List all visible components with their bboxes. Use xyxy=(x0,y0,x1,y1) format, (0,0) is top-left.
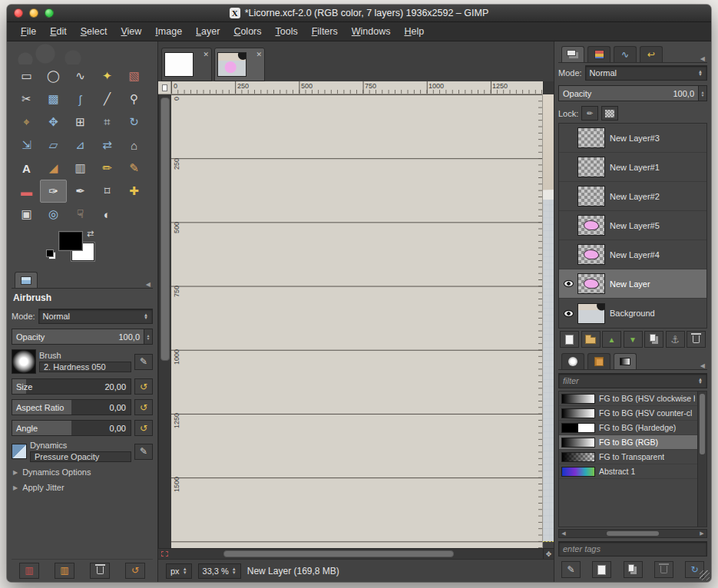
quick-mask-toggle[interactable] xyxy=(158,548,171,559)
canvas-viewport[interactable] xyxy=(543,94,554,548)
tool-shear[interactable]: ▱ xyxy=(40,134,67,157)
tool-scale[interactable]: ⇲ xyxy=(13,134,40,157)
menu-select[interactable]: Select xyxy=(74,24,114,39)
menu-filters[interactable]: Filters xyxy=(306,24,344,39)
delete-gradient-button[interactable] xyxy=(654,561,673,578)
scroll-left-icon[interactable]: ◀ xyxy=(559,530,568,537)
tool-fuzzy-select[interactable]: ✦ xyxy=(94,64,121,88)
unit-select[interactable]: px ▲▼ xyxy=(166,563,192,579)
layer-row[interactable]: New Layer#1 xyxy=(559,153,706,182)
menu-colors[interactable]: Colors xyxy=(227,24,267,39)
tab-channels[interactable] xyxy=(587,46,610,62)
layer-opacity-slider[interactable]: Opacity 100,0 ▲▼ xyxy=(558,85,707,101)
gradient-row[interactable]: FG to BG (HSV clockwise h xyxy=(559,391,697,406)
reset-aspect-button[interactable]: ↺ xyxy=(134,399,153,415)
paint-mode-select[interactable]: Normal ▲▼ xyxy=(38,309,153,324)
titlebar[interactable]: X *Licorne.xcf-2.0 (RGB color, 7 layers)… xyxy=(7,5,711,22)
new-layer-button[interactable] xyxy=(560,331,579,348)
tool-blend[interactable]: ▥ xyxy=(67,157,94,180)
gradients-hscroll-thumb[interactable] xyxy=(607,531,658,536)
menu-help[interactable]: Help xyxy=(398,24,430,39)
tool-paintbrush[interactable]: ✎ xyxy=(121,157,147,180)
tool-pencil[interactable]: ✏ xyxy=(94,157,121,180)
vertical-scrollbar[interactable] xyxy=(158,94,171,548)
gradients-scrollbar[interactable] xyxy=(697,391,706,527)
dock-menu-arrow-icon[interactable]: ◀ xyxy=(144,281,153,288)
menu-tools[interactable]: Tools xyxy=(270,24,304,39)
gradient-row[interactable]: FG to BG (HSV counter-cl xyxy=(559,406,697,421)
ruler-corner[interactable] xyxy=(158,81,171,94)
tool-scissors-select[interactable]: ✂ xyxy=(13,88,40,111)
apply-jitter-expander[interactable]: ▶ Apply Jitter xyxy=(13,483,151,492)
tool-flip[interactable]: ⇄ xyxy=(94,134,121,157)
visibility-eye-icon[interactable] xyxy=(564,310,574,317)
tool-perspective[interactable]: ⊿ xyxy=(67,134,94,157)
angle-slider[interactable]: Angle 0,00 xyxy=(12,420,131,436)
layer-mode-select[interactable]: Normal ▲▼ xyxy=(585,65,707,81)
brush-name-field[interactable]: 2. Hardness 050 xyxy=(39,362,131,372)
image-tab-licorne[interactable]: ✕ xyxy=(214,48,265,81)
lower-layer-button[interactable]: ▼ xyxy=(624,331,643,348)
vertical-ruler[interactable]: 0 250 500 750 1000 1250 1500 xyxy=(171,94,543,548)
gradient-row[interactable]: Abstract 1 xyxy=(559,464,697,479)
gradient-row[interactable]: FG to BG (Hardedge) xyxy=(559,421,697,435)
tool-smudge[interactable]: ☟ xyxy=(67,203,94,226)
tool-paths[interactable]: ʃ xyxy=(67,88,94,111)
tab-layers[interactable] xyxy=(561,46,584,62)
opacity-spinner[interactable]: ▲▼ xyxy=(144,329,152,344)
scroll-right-icon[interactable]: ▶ xyxy=(697,530,706,537)
reset-angle-button[interactable]: ↺ xyxy=(134,420,153,436)
tool-heal[interactable]: ✚ xyxy=(121,180,147,203)
layer-row[interactable]: New Layer#4 xyxy=(559,240,706,269)
brush-preview[interactable] xyxy=(12,349,36,374)
reset-size-button[interactable]: ↺ xyxy=(134,378,153,395)
tool-alignment[interactable]: ⊞ xyxy=(67,111,94,134)
layer-row-selected[interactable]: New Layer xyxy=(559,269,706,299)
tool-dodge-burn[interactable]: ◐ xyxy=(94,203,121,226)
horizontal-scrollbar[interactable] xyxy=(171,548,543,559)
size-slider[interactable]: Size 20,00 xyxy=(12,378,131,395)
new-gradient-button[interactable] xyxy=(592,561,611,578)
tool-free-select[interactable]: ∿ xyxy=(67,64,94,88)
tool-ellipse-select[interactable]: ◯ xyxy=(40,64,67,88)
zoom-select[interactable]: 33,3 % ▲▼ xyxy=(198,563,241,579)
tool-blur-sharpen[interactable]: ◎ xyxy=(40,203,67,226)
save-tool-preset-button[interactable]: ▥ xyxy=(19,563,39,579)
edit-gradient-button[interactable]: ✎ xyxy=(561,561,581,578)
tab-brushes[interactable] xyxy=(561,353,584,369)
image-tab-untitled[interactable]: ✕ xyxy=(161,48,212,81)
resize-grip[interactable] xyxy=(700,570,710,580)
navigation-button[interactable]: ✥ xyxy=(543,548,554,559)
tool-text[interactable]: A xyxy=(13,157,40,180)
horizontal-scroll-thumb[interactable] xyxy=(223,550,454,557)
tab-tool-options[interactable] xyxy=(15,272,38,288)
tool-rectangle-select[interactable]: ▭ xyxy=(13,64,40,88)
lock-alpha-button[interactable] xyxy=(601,106,618,121)
delete-layer-button[interactable] xyxy=(687,331,706,348)
layer-row[interactable]: Background xyxy=(559,299,706,328)
opacity-slider[interactable]: Opacity 100,0 ▲▼ xyxy=(12,329,153,345)
tab-patterns[interactable] xyxy=(587,353,610,369)
layer-row[interactable]: New Layer#3 xyxy=(559,124,706,153)
minimize-button[interactable] xyxy=(29,8,38,18)
menu-edit[interactable]: Edit xyxy=(44,24,73,39)
close-icon[interactable]: ✕ xyxy=(256,51,262,58)
dynamics-field[interactable]: Pressure Opacity xyxy=(30,451,131,462)
tool-perspective-clone[interactable]: ▣ xyxy=(13,203,40,226)
duplicate-layer-button[interactable] xyxy=(644,331,663,348)
close-icon[interactable]: ✕ xyxy=(203,51,209,58)
default-colors-icon[interactable] xyxy=(48,252,56,259)
layer-row[interactable]: New Layer#5 xyxy=(559,211,706,240)
close-button[interactable] xyxy=(14,8,23,18)
tool-select-by-color[interactable]: ▧ xyxy=(121,64,147,88)
swap-colors-icon[interactable]: ⇄ xyxy=(87,229,94,239)
duplicate-gradient-button[interactable] xyxy=(624,561,643,578)
dynamics-options-expander[interactable]: ▶ Dynamics Options xyxy=(13,467,151,477)
reset-tool-options-button[interactable]: ↺ xyxy=(125,563,145,579)
dock-menu-arrow-icon[interactable]: ◀ xyxy=(698,362,707,369)
menu-file[interactable]: File xyxy=(15,24,42,39)
anchor-layer-button[interactable]: ⚓ xyxy=(666,331,685,348)
dock-menu-arrow-icon[interactable]: ◀ xyxy=(698,55,707,62)
edit-brush-button[interactable]: ✎ xyxy=(134,354,153,370)
gradient-row[interactable]: FG to Transparent xyxy=(559,450,697,464)
